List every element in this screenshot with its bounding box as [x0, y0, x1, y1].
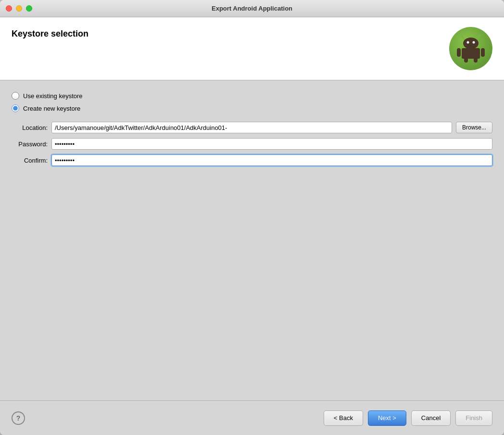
svg-point-3 — [467, 41, 469, 44]
form-fields: Location: Browse... Password: Confirm: — [12, 122, 492, 166]
title-bar: Export Android Application — [0, 0, 504, 17]
android-svg — [454, 32, 488, 65]
password-input[interactable] — [51, 138, 492, 150]
confirm-input[interactable] — [51, 154, 492, 166]
form-area: Use existing keystore Create new keystor… — [0, 80, 504, 400]
svg-rect-7 — [481, 48, 485, 57]
password-label: Password: — [12, 141, 48, 148]
svg-line-1 — [477, 36, 480, 40]
location-input[interactable] — [51, 122, 452, 133]
finish-button: Finish — [455, 410, 492, 426]
bottom-left: ? — [12, 411, 25, 425]
radio-group: Use existing keystore Create new keystor… — [12, 92, 492, 112]
window-controls — [6, 5, 32, 12]
next-button[interactable]: Next > — [368, 410, 406, 426]
svg-rect-9 — [474, 58, 478, 63]
content-area: Keystore selection — [0, 17, 504, 435]
radio-item-create[interactable]: Create new keystore — [12, 104, 492, 112]
svg-rect-5 — [462, 48, 480, 59]
cancel-button[interactable]: Cancel — [411, 410, 451, 426]
radio-existing[interactable] — [12, 92, 19, 100]
radio-create-label: Create new keystore — [23, 105, 80, 112]
bottom-bar: ? < Back Next > Cancel Finish — [0, 400, 504, 435]
back-button[interactable]: < Back — [324, 410, 363, 426]
password-row: Password: — [12, 138, 492, 150]
svg-point-4 — [473, 41, 475, 44]
radio-item-existing[interactable]: Use existing keystore — [12, 92, 492, 100]
browse-button[interactable]: Browse... — [456, 122, 492, 133]
page-title: Keystore selection — [12, 29, 88, 39]
location-label: Location: — [12, 124, 48, 131]
svg-rect-6 — [457, 48, 461, 57]
bottom-right: < Back Next > Cancel Finish — [324, 410, 492, 426]
svg-rect-8 — [464, 58, 468, 63]
window-title: Export Android Application — [212, 5, 292, 12]
confirm-row: Confirm: — [12, 154, 492, 166]
radio-existing-label: Use existing keystore — [23, 92, 83, 100]
minimize-button[interactable] — [16, 5, 22, 12]
maximize-button[interactable] — [26, 5, 32, 12]
close-button[interactable] — [6, 5, 12, 12]
location-row: Location: Browse... — [12, 122, 492, 133]
header-section: Keystore selection — [0, 17, 504, 80]
android-icon — [449, 27, 492, 70]
svg-line-0 — [462, 36, 465, 40]
radio-create[interactable] — [12, 104, 19, 112]
confirm-label: Confirm: — [12, 157, 48, 164]
svg-point-2 — [463, 38, 479, 49]
help-button[interactable]: ? — [12, 411, 25, 425]
main-window: Export Android Application Keystore sele… — [0, 0, 504, 435]
android-logo — [449, 27, 492, 70]
